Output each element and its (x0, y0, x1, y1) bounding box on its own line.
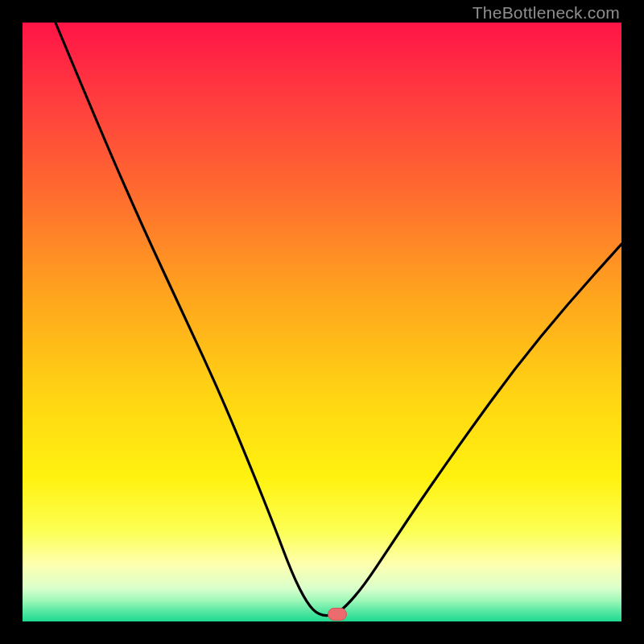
watermark-text: TheBottleneck.com (473, 3, 620, 23)
curve-layer (23, 23, 621, 621)
bottleneck-curve (56, 23, 621, 616)
optimal-point-marker (328, 608, 347, 621)
